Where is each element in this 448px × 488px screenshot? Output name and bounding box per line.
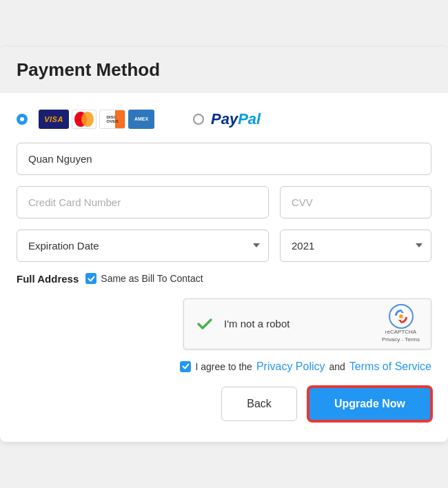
visa-logo: VISA <box>39 110 69 129</box>
year-select[interactable]: 2021 2022 2023 2024 2025 <box>280 230 431 262</box>
agree-checkbox[interactable] <box>180 361 191 372</box>
recaptcha-check: I'm not a robot <box>195 314 382 334</box>
recaptcha-wrapper: I'm not a robot reCAPTCHA Privacy - Term… <box>17 298 431 349</box>
recaptcha-checkmark <box>195 314 214 334</box>
recaptcha-label: I'm not a robot <box>224 318 289 329</box>
full-address-label: Full Address <box>17 273 79 285</box>
paypal-radio[interactable] <box>193 114 204 125</box>
mastercard-logo <box>72 110 96 129</box>
privacy-policy-link[interactable]: Privacy Policy <box>256 360 325 373</box>
recaptcha-brand: reCAPTCHA Privacy - Terms <box>382 329 420 343</box>
page-title: Payment Method <box>17 59 431 81</box>
checkmark-icon <box>88 275 95 283</box>
card-logos: VISA DISCOVER AMEX <box>39 110 154 129</box>
address-row: Full Address Same as Bill To Contact <box>17 273 431 285</box>
recaptcha-box[interactable]: I'm not a robot reCAPTCHA Privacy - Term… <box>183 298 431 349</box>
card-header: Payment Method <box>0 47 448 93</box>
and-text: and <box>329 361 345 372</box>
credit-card-radio[interactable] <box>17 114 28 125</box>
card-body: VISA DISCOVER AMEX PayPal <box>0 93 448 421</box>
same-as-billing-label: Same as Bill To Contact <box>101 273 203 284</box>
same-as-billing-container: Same as Bill To Contact <box>85 273 203 284</box>
upgrade-now-button[interactable]: Upgrade Now <box>308 387 431 421</box>
expiration-date-select[interactable]: Expiration Date January February March A… <box>17 230 269 262</box>
discover-logo: DISCOVER <box>99 110 125 129</box>
amex-logo: AMEX <box>128 110 154 129</box>
back-button[interactable]: Back <box>221 387 297 421</box>
card-number-input[interactable] <box>17 186 269 218</box>
agree-checkmark-icon <box>182 363 190 370</box>
cvv-input[interactable] <box>280 186 431 218</box>
card-cvv-row <box>17 186 431 218</box>
paypal-logo: PayPal <box>211 110 261 128</box>
recaptcha-logo: reCAPTCHA Privacy - Terms <box>382 304 420 343</box>
recaptcha-icon <box>389 304 414 329</box>
agree-row: I agree to the Privacy Policy and Terms … <box>17 360 431 373</box>
button-row: Back Upgrade Now <box>17 387 431 421</box>
agree-text: I agree to the <box>195 361 252 372</box>
expiration-row: Expiration Date January February March A… <box>17 230 431 262</box>
svg-point-1 <box>399 314 403 318</box>
payment-method-card: Payment Method VISA DISCOVER AMEX <box>0 47 448 442</box>
name-group <box>17 143 431 175</box>
paypal-section: PayPal <box>193 110 261 128</box>
same-as-billing-checkbox[interactable] <box>85 273 96 284</box>
payment-method-row: VISA DISCOVER AMEX PayPal <box>17 110 431 129</box>
terms-of-service-link[interactable]: Terms of Service <box>349 360 431 373</box>
radio-inner <box>20 117 24 121</box>
cardholder-name-input[interactable] <box>17 143 431 175</box>
